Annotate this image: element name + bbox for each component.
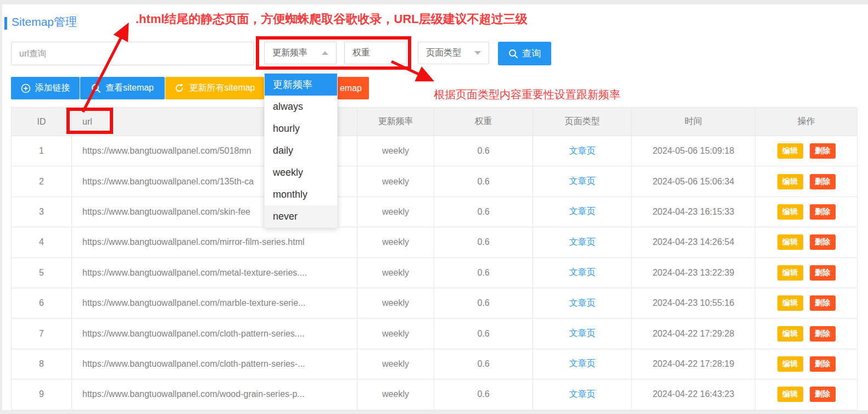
page-type-link[interactable]: 文章页	[569, 267, 596, 278]
cell-page-type: 文章页	[533, 227, 632, 258]
cell-page-type: 文章页	[533, 288, 632, 318]
cell-url: https://www.bangtuowallpanel.com/mirror-…	[72, 227, 357, 258]
cell-frequency: weekly	[357, 349, 434, 379]
cell-id: 9	[12, 379, 72, 410]
search-button-label: 查询	[522, 47, 541, 60]
title-accent-bar	[4, 17, 7, 30]
page-type-link[interactable]: 文章页	[569, 146, 596, 157]
table-row: 8 https://www.bangtuowallpanel.com/cloth…	[12, 349, 857, 379]
delete-button[interactable]: 删除	[810, 204, 836, 220]
cell-actions: 编辑 删除	[755, 349, 858, 379]
page-type-link[interactable]: 文章页	[569, 389, 596, 400]
cell-url: https://www.bangtuowallpanel.com/metal-t…	[72, 258, 357, 288]
cell-frequency: weekly	[357, 258, 434, 288]
cell-page-type: 文章页	[533, 136, 632, 166]
delete-button[interactable]: 删除	[810, 174, 836, 189]
search-button[interactable]: 查询	[498, 42, 551, 65]
cell-id: 7	[12, 318, 72, 349]
edit-button[interactable]: 编辑	[777, 387, 803, 402]
dropdown-option-weekly[interactable]: weekly	[265, 161, 337, 183]
page-type-link[interactable]: 文章页	[569, 176, 596, 187]
delete-button[interactable]: 删除	[810, 356, 836, 372]
delete-button[interactable]: 删除	[810, 387, 836, 402]
delete-button[interactable]: 删除	[810, 326, 836, 342]
chevron-down-icon	[474, 51, 481, 55]
edit-button[interactable]: 编辑	[777, 295, 803, 311]
table-row: 9 https://www.bangtuowallpanel.com/wood-…	[12, 379, 857, 410]
plus-circle-icon	[21, 83, 31, 93]
cell-actions: 编辑 删除	[755, 227, 858, 258]
cell-weight: 0.6	[434, 166, 533, 197]
delete-button[interactable]: 删除	[810, 295, 836, 311]
cell-weight: 0.6	[434, 258, 533, 288]
page-type-link[interactable]: 文章页	[569, 358, 596, 370]
cell-actions: 编辑 删除	[755, 288, 858, 318]
cell-actions: 编辑 删除	[755, 318, 858, 349]
table-row: 6 https://www.bangtuowallpanel.com/marbl…	[12, 288, 857, 318]
url-search-input[interactable]	[11, 42, 254, 65]
edit-button[interactable]: 编辑	[777, 234, 803, 250]
delete-button[interactable]: 删除	[810, 143, 836, 159]
cell-frequency: weekly	[357, 227, 434, 258]
table-header-row: ID url 更新频率 权重 页面类型 时间 操作	[12, 108, 857, 136]
search-icon	[508, 49, 518, 59]
cell-frequency: weekly	[357, 166, 434, 197]
dropdown-option-hourly[interactable]: hourly	[265, 118, 337, 139]
delete-button[interactable]: 删除	[810, 234, 836, 250]
cell-actions: 编辑 删除	[755, 136, 858, 166]
refresh-icon	[174, 83, 184, 93]
cell-id: 5	[12, 258, 72, 288]
page-type-select-label: 页面类型	[426, 47, 461, 59]
weight-select[interactable]: 权重	[344, 42, 407, 64]
page-type-link[interactable]: 文章页	[569, 328, 596, 339]
cell-page-type: 文章页	[533, 166, 632, 197]
chevron-up-icon	[322, 51, 328, 55]
page-type-select[interactable]: 页面类型	[418, 42, 489, 64]
cell-time: 2024-04-23 10:55:16	[632, 288, 755, 318]
edit-button[interactable]: 编辑	[777, 356, 803, 372]
edit-button[interactable]: 编辑	[777, 143, 803, 159]
dropdown-option-never[interactable]: never	[265, 205, 337, 227]
cell-actions: 编辑 删除	[755, 166, 858, 197]
header-actions: 操作	[755, 108, 858, 136]
cell-actions: 编辑 删除	[755, 258, 858, 288]
cell-page-type: 文章页	[533, 349, 632, 379]
table-row: 2 https://www.bangtuowallpanel.com/135th…	[12, 166, 857, 197]
table-row: 3 https://www.bangtuowallpanel.com/skin-…	[12, 197, 857, 227]
cell-id: 4	[12, 227, 72, 258]
table-row: 4 https://www.bangtuowallpanel.com/mirro…	[12, 227, 857, 258]
cell-weight: 0.6	[434, 379, 533, 410]
cell-id: 8	[12, 349, 72, 379]
edit-button[interactable]: 编辑	[777, 204, 803, 220]
edit-button[interactable]: 编辑	[777, 326, 803, 342]
edit-button[interactable]: 编辑	[777, 174, 803, 189]
dropdown-option-selected[interactable]: 更新频率	[265, 74, 337, 96]
table-row: 7 https://www.bangtuowallpanel.com/cloth…	[12, 318, 857, 349]
page-title: Sitemap管理	[12, 14, 77, 30]
header-id: ID	[12, 108, 72, 136]
update-all-sitemap-button[interactable]: 更新所有sitemap	[165, 77, 264, 99]
dropdown-option-always[interactable]: always	[265, 96, 337, 118]
cell-weight: 0.6	[434, 349, 533, 379]
cell-frequency: weekly	[357, 379, 434, 410]
edit-button[interactable]: 编辑	[777, 265, 803, 281]
header-page-type: 页面类型	[533, 108, 632, 136]
cell-frequency: weekly	[357, 136, 434, 166]
cell-id: 2	[12, 166, 72, 197]
frequency-select[interactable]: 更新频率	[264, 42, 337, 64]
partially-hidden-sitemap-label: emap	[340, 83, 362, 93]
cell-time: 2024-04-22 17:28:19	[632, 349, 755, 379]
delete-button[interactable]: 删除	[810, 265, 836, 281]
cell-time: 2024-04-23 13:22:39	[632, 258, 755, 288]
dropdown-option-daily[interactable]: daily	[265, 139, 337, 161]
page-type-link[interactable]: 文章页	[569, 206, 596, 217]
cell-time: 2024-04-22 16:43:23	[632, 379, 755, 410]
dropdown-option-monthly[interactable]: monthly	[265, 183, 337, 205]
cell-frequency: weekly	[357, 318, 434, 349]
cell-weight: 0.6	[434, 288, 533, 318]
view-sitemap-button[interactable]: 查看sitemap	[80, 77, 165, 99]
page-type-link[interactable]: 文章页	[569, 237, 596, 248]
page-type-link[interactable]: 文章页	[569, 298, 596, 309]
add-link-button[interactable]: 添加链接	[11, 77, 80, 99]
cell-weight: 0.6	[434, 227, 533, 258]
